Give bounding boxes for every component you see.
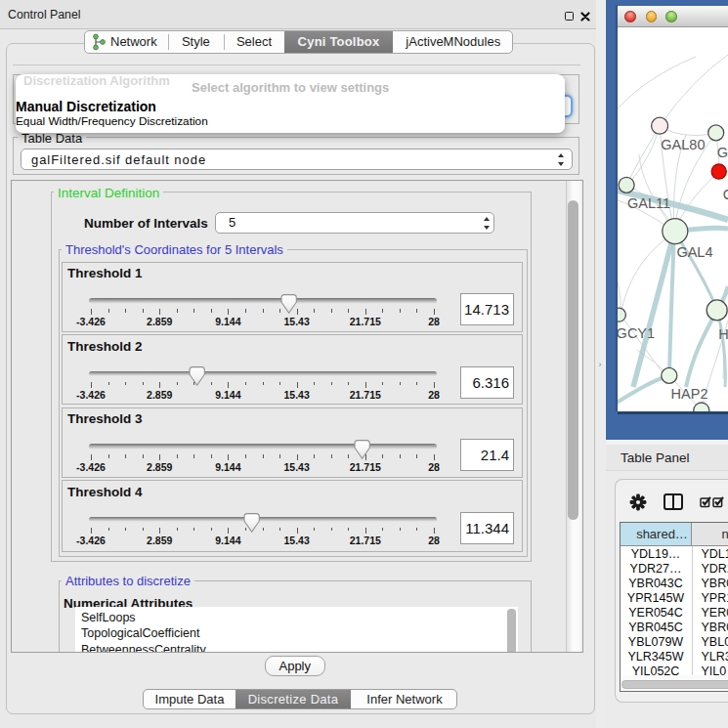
svg-text:GAL11: GAL11 [627,195,670,211]
svg-text:GA: GA [717,145,728,160]
svg-text:HAP2: HAP2 [671,386,708,402]
svg-text:GAL4: GAL4 [676,244,712,260]
svg-text:H: H [718,326,728,342]
svg-text:GCY1: GCY1 [618,325,655,341]
svg-text:GAL80: GAL80 [661,137,705,152]
svg-text:C: C [723,187,728,202]
